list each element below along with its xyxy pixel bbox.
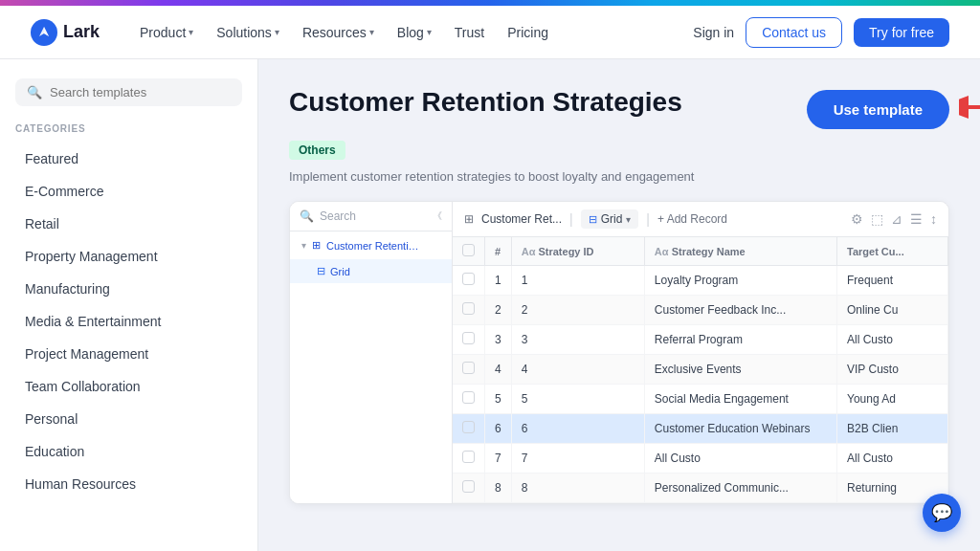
strategy-name-cell: Social Media Engagement <box>644 385 836 414</box>
sidebar-item-personal[interactable]: Personal <box>15 404 242 434</box>
use-template-button[interactable]: Use template <box>807 90 949 129</box>
table-row: 4 4 Exclusive Events VIP Custo <box>453 355 948 385</box>
row-checkbox[interactable] <box>453 414 485 444</box>
sidebar-item-property-management[interactable]: Property Management <box>15 241 242 272</box>
preview-sidebar-grid-item[interactable]: ⊟ Grid <box>290 259 452 283</box>
strategy-name-cell: Customer Feedback Inc... <box>644 296 836 325</box>
separator: | <box>646 211 650 227</box>
target-customer-cell: Frequent <box>837 266 948 296</box>
chevron-down-icon: ▾ <box>189 27 193 37</box>
table-icon: ⊞ <box>464 212 474 226</box>
main-layout: 🔍 CATEGORIES Featured E-Commerce Retail … <box>0 59 980 551</box>
chat-bubble-button[interactable]: 💬 <box>923 494 961 532</box>
category-tag: Others <box>289 141 345 160</box>
table-row: 6 6 Customer Education Webinars B2B Clie… <box>453 414 948 444</box>
strategy-id-cell: 3 <box>511 325 644 355</box>
preview-sidebar-table-item[interactable]: ▾ ⊞ Customer Retention Strat... <box>290 231 452 259</box>
grid-view-tab[interactable]: ⊟ Grid ▾ <box>581 209 639 229</box>
preview-search[interactable]: 🔍 Search 《 <box>290 202 452 231</box>
sidebar-item-ecommerce[interactable]: E-Commerce <box>15 176 242 207</box>
nav-right: Sign in Contact us Try for free <box>693 17 949 48</box>
sort-icon[interactable]: ↕ <box>930 211 937 227</box>
row-checkbox[interactable] <box>453 444 485 474</box>
template-preview: 🔍 Search 《 ▾ ⊞ Customer Retention Strat.… <box>289 201 949 504</box>
target-customer-cell: VIP Custo <box>837 355 948 385</box>
strategy-id-cell: 8 <box>511 474 644 503</box>
strategy-name-cell: Customer Education Webinars <box>644 414 836 444</box>
strategy-name-cell: All Custo <box>644 444 836 474</box>
sidebar-item-team-collaboration[interactable]: Team Collaboration <box>15 371 242 402</box>
row-checkbox[interactable] <box>453 266 485 296</box>
share-icon[interactable]: ⬚ <box>871 211 883 227</box>
row-number: 1 <box>485 266 512 296</box>
chevron-down-icon: ▾ <box>275 27 279 37</box>
checkbox-header <box>453 237 485 266</box>
nav-product[interactable]: Product ▾ <box>130 19 203 46</box>
row-number: 5 <box>485 385 512 414</box>
target-customer-cell: All Custo <box>837 325 948 355</box>
strategy-name-header: Aα Strategy Name <box>644 237 836 266</box>
search-box[interactable]: 🔍 <box>15 78 242 106</box>
chevron-down-icon: ▾ <box>369 27 374 37</box>
row-number: 7 <box>485 444 512 474</box>
sidebar-item-education[interactable]: Education <box>15 436 242 467</box>
search-icon: 🔍 <box>27 85 42 99</box>
settings-icon[interactable]: ⚙ <box>851 211 863 227</box>
strategy-id-cell: 5 <box>511 385 644 414</box>
strategy-id-cell: 4 <box>511 355 644 385</box>
table-row: 3 3 Referral Program All Custo <box>453 325 948 355</box>
sort-icon: Aα <box>522 246 536 257</box>
table-body: 1 1 Loyalty Program Frequent 2 2 Custome… <box>453 266 948 503</box>
filter-icon[interactable]: ⊿ <box>891 211 902 227</box>
nav-resources[interactable]: Resources ▾ <box>293 19 384 46</box>
toolbar-table-name[interactable]: Customer Ret... <box>481 212 562 226</box>
logo-text: Lark <box>63 22 100 42</box>
table-row: 7 7 All Custo All Custo <box>453 444 948 474</box>
nav-solutions[interactable]: Solutions ▾ <box>207 19 289 46</box>
strategy-id-cell: 6 <box>511 414 644 444</box>
add-record-button[interactable]: + Add Record <box>657 212 727 226</box>
grid-icon: ⊟ <box>317 265 325 277</box>
table-row: 2 2 Customer Feedback Inc... Online Cu <box>453 296 948 325</box>
search-icon: 🔍 <box>300 209 314 223</box>
logo[interactable]: Lark <box>31 19 100 46</box>
preview-sidebar: 🔍 Search 《 ▾ ⊞ Customer Retention Strat.… <box>290 202 453 503</box>
sidebar-item-human-resources[interactable]: Human Resources <box>15 469 242 499</box>
row-number: 3 <box>485 325 512 355</box>
search-input[interactable] <box>50 85 231 99</box>
row-number: 2 <box>485 296 512 325</box>
target-customer-header: Target Cu... <box>837 237 948 266</box>
row-checkbox[interactable] <box>453 325 485 355</box>
sign-in-link[interactable]: Sign in <box>693 25 734 40</box>
nav-pricing[interactable]: Pricing <box>498 19 558 46</box>
row-checkbox[interactable] <box>453 385 485 414</box>
row-checkbox[interactable] <box>453 296 485 325</box>
table-row: 8 8 Personalized Communic... Returning <box>453 474 948 503</box>
sidebar-item-manufacturing[interactable]: Manufacturing <box>15 274 242 304</box>
chat-icon: 💬 <box>931 502 952 523</box>
sidebar-item-media[interactable]: Media & Entertainment <box>15 306 242 337</box>
sidebar: 🔍 CATEGORIES Featured E-Commerce Retail … <box>0 59 258 551</box>
sidebar-item-retail[interactable]: Retail <box>15 209 242 239</box>
sidebar-item-project-management[interactable]: Project Management <box>15 339 242 369</box>
sidebar-item-featured[interactable]: Featured <box>15 143 242 174</box>
row-checkbox[interactable] <box>453 355 485 385</box>
preview-toolbar: ⊞ Customer Ret... | ⊟ Grid ▾ | + Add Rec… <box>453 202 948 237</box>
red-arrow-icon <box>959 90 980 124</box>
content-header: Customer Retention Strategies Use templa… <box>289 86 949 129</box>
row-checkbox[interactable] <box>453 474 485 503</box>
collapse-icon[interactable]: 《 <box>433 209 442 223</box>
try-for-free-button[interactable]: Try for free <box>854 18 949 47</box>
nav-blog[interactable]: Blog ▾ <box>388 19 441 46</box>
page-title: Customer Retention Strategies <box>289 86 682 119</box>
contact-us-button[interactable]: Contact us <box>746 17 842 48</box>
table-icon: ⊞ <box>312 239 321 252</box>
strategy-name-cell: Referral Program <box>644 325 836 355</box>
strategy-name-cell: Loyalty Program <box>644 266 836 296</box>
nav-trust[interactable]: Trust <box>445 19 494 46</box>
table-row: 5 5 Social Media Engagement Young Ad <box>453 385 948 414</box>
columns-icon[interactable]: ☰ <box>910 211 923 227</box>
chevron-down-icon: ▾ <box>626 214 631 225</box>
row-num-header: # <box>485 237 512 266</box>
page-description: Implement customer retention strategies … <box>289 169 949 184</box>
